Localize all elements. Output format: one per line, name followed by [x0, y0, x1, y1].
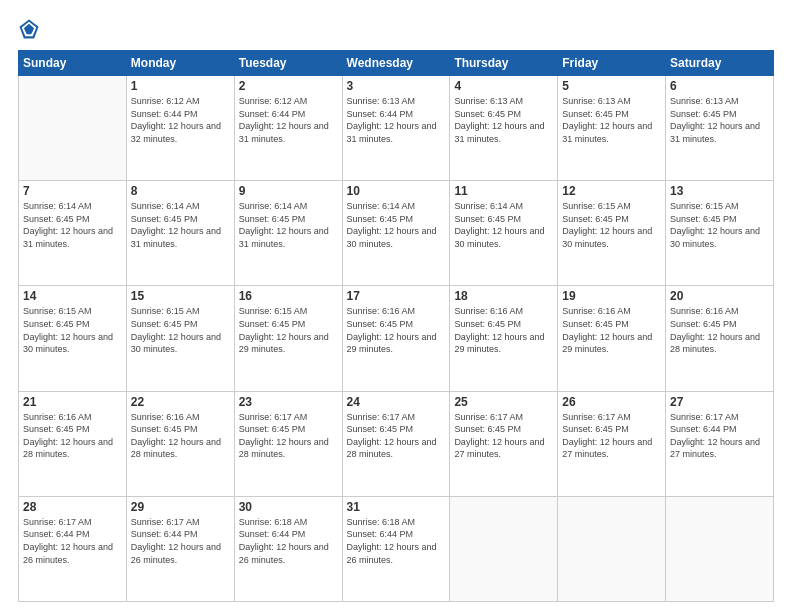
day-number: 16 [239, 289, 338, 303]
day-info: Sunrise: 6:17 AMSunset: 6:45 PMDaylight:… [454, 411, 553, 461]
day-of-week-tuesday: Tuesday [234, 51, 342, 76]
day-info: Sunrise: 6:15 AMSunset: 6:45 PMDaylight:… [131, 305, 230, 355]
calendar-cell: 16Sunrise: 6:15 AMSunset: 6:45 PMDayligh… [234, 286, 342, 391]
day-info: Sunrise: 6:18 AMSunset: 6:44 PMDaylight:… [239, 516, 338, 566]
day-number: 10 [347, 184, 446, 198]
calendar-cell: 10Sunrise: 6:14 AMSunset: 6:45 PMDayligh… [342, 181, 450, 286]
calendar-cell: 12Sunrise: 6:15 AMSunset: 6:45 PMDayligh… [558, 181, 666, 286]
calendar-cell: 22Sunrise: 6:16 AMSunset: 6:45 PMDayligh… [126, 391, 234, 496]
calendar-cell: 3Sunrise: 6:13 AMSunset: 6:44 PMDaylight… [342, 76, 450, 181]
day-number: 20 [670, 289, 769, 303]
day-number: 24 [347, 395, 446, 409]
day-info: Sunrise: 6:17 AMSunset: 6:45 PMDaylight:… [347, 411, 446, 461]
calendar-page: SundayMondayTuesdayWednesdayThursdayFrid… [0, 0, 792, 612]
day-number: 31 [347, 500, 446, 514]
day-info: Sunrise: 6:15 AMSunset: 6:45 PMDaylight:… [670, 200, 769, 250]
calendar-cell: 15Sunrise: 6:15 AMSunset: 6:45 PMDayligh… [126, 286, 234, 391]
day-number: 13 [670, 184, 769, 198]
calendar-cell: 8Sunrise: 6:14 AMSunset: 6:45 PMDaylight… [126, 181, 234, 286]
day-number: 23 [239, 395, 338, 409]
calendar-cell: 5Sunrise: 6:13 AMSunset: 6:45 PMDaylight… [558, 76, 666, 181]
calendar-cell [666, 496, 774, 601]
day-number: 12 [562, 184, 661, 198]
day-number: 29 [131, 500, 230, 514]
calendar-week-row: 7Sunrise: 6:14 AMSunset: 6:45 PMDaylight… [19, 181, 774, 286]
calendar-cell: 28Sunrise: 6:17 AMSunset: 6:44 PMDayligh… [19, 496, 127, 601]
calendar-cell: 18Sunrise: 6:16 AMSunset: 6:45 PMDayligh… [450, 286, 558, 391]
day-info: Sunrise: 6:16 AMSunset: 6:45 PMDaylight:… [454, 305, 553, 355]
calendar-cell: 25Sunrise: 6:17 AMSunset: 6:45 PMDayligh… [450, 391, 558, 496]
day-of-week-friday: Friday [558, 51, 666, 76]
day-number: 1 [131, 79, 230, 93]
day-info: Sunrise: 6:18 AMSunset: 6:44 PMDaylight:… [347, 516, 446, 566]
day-number: 6 [670, 79, 769, 93]
calendar-cell: 17Sunrise: 6:16 AMSunset: 6:45 PMDayligh… [342, 286, 450, 391]
calendar-table: SundayMondayTuesdayWednesdayThursdayFrid… [18, 50, 774, 602]
day-number: 9 [239, 184, 338, 198]
calendar-cell [19, 76, 127, 181]
day-info: Sunrise: 6:17 AMSunset: 6:44 PMDaylight:… [131, 516, 230, 566]
calendar-cell: 14Sunrise: 6:15 AMSunset: 6:45 PMDayligh… [19, 286, 127, 391]
calendar-cell: 26Sunrise: 6:17 AMSunset: 6:45 PMDayligh… [558, 391, 666, 496]
day-info: Sunrise: 6:12 AMSunset: 6:44 PMDaylight:… [131, 95, 230, 145]
calendar-cell: 11Sunrise: 6:14 AMSunset: 6:45 PMDayligh… [450, 181, 558, 286]
day-info: Sunrise: 6:12 AMSunset: 6:44 PMDaylight:… [239, 95, 338, 145]
day-number: 18 [454, 289, 553, 303]
day-info: Sunrise: 6:14 AMSunset: 6:45 PMDaylight:… [454, 200, 553, 250]
day-number: 25 [454, 395, 553, 409]
day-number: 27 [670, 395, 769, 409]
day-info: Sunrise: 6:17 AMSunset: 6:45 PMDaylight:… [239, 411, 338, 461]
logo-icon [18, 18, 40, 40]
day-info: Sunrise: 6:14 AMSunset: 6:45 PMDaylight:… [23, 200, 122, 250]
day-info: Sunrise: 6:14 AMSunset: 6:45 PMDaylight:… [239, 200, 338, 250]
day-number: 7 [23, 184, 122, 198]
day-number: 21 [23, 395, 122, 409]
day-info: Sunrise: 6:13 AMSunset: 6:45 PMDaylight:… [562, 95, 661, 145]
day-number: 28 [23, 500, 122, 514]
calendar-cell: 9Sunrise: 6:14 AMSunset: 6:45 PMDaylight… [234, 181, 342, 286]
day-of-week-sunday: Sunday [19, 51, 127, 76]
calendar-week-row: 14Sunrise: 6:15 AMSunset: 6:45 PMDayligh… [19, 286, 774, 391]
day-info: Sunrise: 6:16 AMSunset: 6:45 PMDaylight:… [131, 411, 230, 461]
day-info: Sunrise: 6:17 AMSunset: 6:44 PMDaylight:… [23, 516, 122, 566]
calendar-week-row: 1Sunrise: 6:12 AMSunset: 6:44 PMDaylight… [19, 76, 774, 181]
day-number: 4 [454, 79, 553, 93]
day-info: Sunrise: 6:13 AMSunset: 6:44 PMDaylight:… [347, 95, 446, 145]
day-number: 2 [239, 79, 338, 93]
calendar-cell: 29Sunrise: 6:17 AMSunset: 6:44 PMDayligh… [126, 496, 234, 601]
day-info: Sunrise: 6:16 AMSunset: 6:45 PMDaylight:… [347, 305, 446, 355]
calendar-cell: 27Sunrise: 6:17 AMSunset: 6:44 PMDayligh… [666, 391, 774, 496]
day-number: 5 [562, 79, 661, 93]
day-number: 11 [454, 184, 553, 198]
calendar-cell: 2Sunrise: 6:12 AMSunset: 6:44 PMDaylight… [234, 76, 342, 181]
day-number: 14 [23, 289, 122, 303]
day-info: Sunrise: 6:15 AMSunset: 6:45 PMDaylight:… [239, 305, 338, 355]
calendar-cell: 1Sunrise: 6:12 AMSunset: 6:44 PMDaylight… [126, 76, 234, 181]
calendar-cell: 31Sunrise: 6:18 AMSunset: 6:44 PMDayligh… [342, 496, 450, 601]
day-number: 8 [131, 184, 230, 198]
calendar-cell: 24Sunrise: 6:17 AMSunset: 6:45 PMDayligh… [342, 391, 450, 496]
logo [18, 18, 44, 40]
day-of-week-thursday: Thursday [450, 51, 558, 76]
day-info: Sunrise: 6:17 AMSunset: 6:45 PMDaylight:… [562, 411, 661, 461]
calendar-cell: 6Sunrise: 6:13 AMSunset: 6:45 PMDaylight… [666, 76, 774, 181]
day-info: Sunrise: 6:13 AMSunset: 6:45 PMDaylight:… [670, 95, 769, 145]
calendar-cell [450, 496, 558, 601]
day-info: Sunrise: 6:15 AMSunset: 6:45 PMDaylight:… [23, 305, 122, 355]
day-info: Sunrise: 6:17 AMSunset: 6:44 PMDaylight:… [670, 411, 769, 461]
calendar-header-row: SundayMondayTuesdayWednesdayThursdayFrid… [19, 51, 774, 76]
day-info: Sunrise: 6:13 AMSunset: 6:45 PMDaylight:… [454, 95, 553, 145]
calendar-cell [558, 496, 666, 601]
calendar-cell: 7Sunrise: 6:14 AMSunset: 6:45 PMDaylight… [19, 181, 127, 286]
day-info: Sunrise: 6:16 AMSunset: 6:45 PMDaylight:… [23, 411, 122, 461]
calendar-cell: 20Sunrise: 6:16 AMSunset: 6:45 PMDayligh… [666, 286, 774, 391]
calendar-cell: 4Sunrise: 6:13 AMSunset: 6:45 PMDaylight… [450, 76, 558, 181]
calendar-cell: 30Sunrise: 6:18 AMSunset: 6:44 PMDayligh… [234, 496, 342, 601]
calendar-cell: 19Sunrise: 6:16 AMSunset: 6:45 PMDayligh… [558, 286, 666, 391]
day-of-week-saturday: Saturday [666, 51, 774, 76]
day-info: Sunrise: 6:15 AMSunset: 6:45 PMDaylight:… [562, 200, 661, 250]
day-number: 19 [562, 289, 661, 303]
day-info: Sunrise: 6:14 AMSunset: 6:45 PMDaylight:… [347, 200, 446, 250]
calendar-week-row: 21Sunrise: 6:16 AMSunset: 6:45 PMDayligh… [19, 391, 774, 496]
day-number: 30 [239, 500, 338, 514]
